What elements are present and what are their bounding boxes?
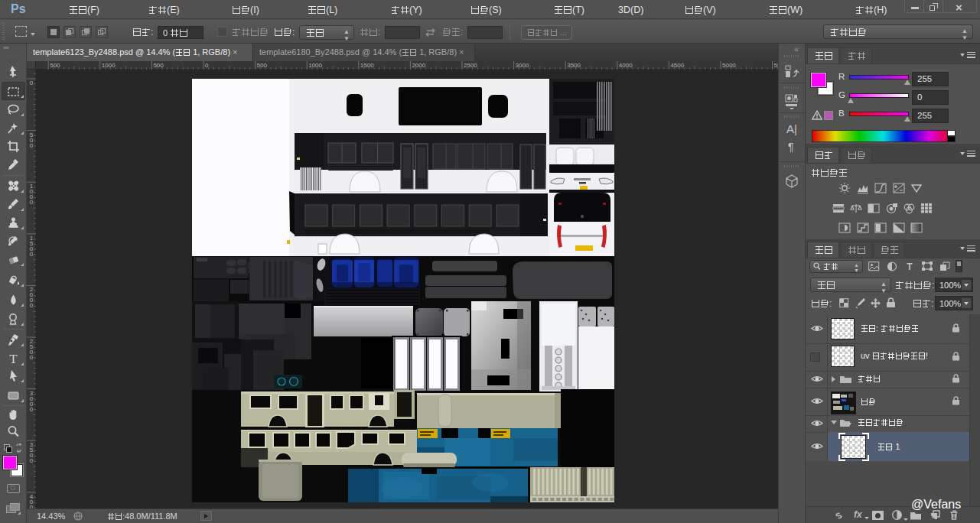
- svg-text:2500: 2500: [464, 62, 477, 69]
- svg-text:0: 0: [30, 302, 34, 309]
- svg-text:2000: 2000: [412, 62, 425, 69]
- svg-text:1500: 1500: [360, 62, 374, 69]
- svg-text:3500: 3500: [567, 62, 581, 69]
- svg-text:T: T: [9, 352, 18, 366]
- svg-text:0: 0: [30, 199, 34, 206]
- svg-text:1000: 1000: [308, 62, 322, 69]
- svg-text:0: 0: [30, 406, 34, 413]
- svg-text:4000: 4000: [619, 62, 633, 69]
- svg-text:T: T: [907, 262, 913, 271]
- svg-text:4500: 4500: [670, 62, 684, 69]
- svg-text:0: 0: [30, 251, 34, 258]
- svg-text:1000: 1000: [102, 62, 116, 69]
- svg-text:5000: 5000: [722, 62, 736, 69]
- svg-text:0: 0: [30, 80, 34, 86]
- svg-text:3000: 3000: [516, 62, 529, 69]
- svg-text:0: 0: [30, 142, 34, 149]
- svg-text:0: 0: [30, 457, 34, 464]
- svg-text:0: 0: [30, 354, 34, 361]
- svg-text:0: 0: [205, 62, 209, 69]
